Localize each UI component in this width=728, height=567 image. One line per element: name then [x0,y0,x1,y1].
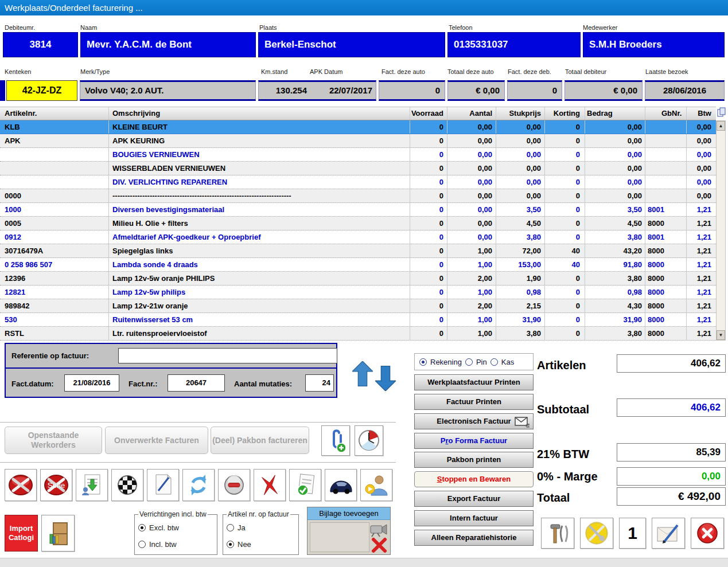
close-button[interactable] [691,518,724,549]
table-row[interactable]: 989842Lamp 12v-21w oranje02,002,1504,308… [0,299,716,313]
kenteken-field[interactable]: 42-JZ-DZ [6,80,77,101]
table-scrollbar[interactable]: ▲ ▼ [716,120,726,341]
workshop-tools-button[interactable] [541,518,574,549]
radio-incl-btw[interactable] [138,541,146,548]
import-catalogi-button[interactable]: Import Catlogi [5,515,38,552]
mutaties-field[interactable]: 24 [305,374,334,392]
radio-ja[interactable] [227,524,234,531]
vehicle-button[interactable] [325,469,357,501]
table-cell-bedrag: 0,00 [585,120,645,134]
table-cell-omschrijving: DIV. VERLICHTING REPAREREN [109,175,410,189]
table-row[interactable]: RSTLLtr. ruitensproeiervloeistof01,003,8… [0,327,716,341]
merktype-field[interactable]: Volvo V40; 2.0 AUT. [80,80,256,101]
bijlage-dropzone[interactable] [310,522,369,552]
table-row[interactable]: BOUGIES VERNIEUWEN00,000,0000,000,00 [0,148,716,162]
scroll-up-button[interactable]: ▲ [717,121,725,131]
table-row[interactable]: 530Ruitenwisserset 53 cm01,0031,90031,90… [0,313,716,327]
electronisch-factuur-button[interactable]: Electronisch Factuur @ [414,413,534,429]
catalog-browser-button[interactable] [41,515,75,552]
table-cell-korting: 0 [545,299,585,312]
pro-forma-factuur-button[interactable]: Pro Forma Factuur [414,433,534,449]
radio-excl-btw[interactable] [138,524,146,531]
import-order-button[interactable] [76,469,108,501]
radio-pin[interactable] [465,358,473,366]
radio-nee[interactable] [227,541,234,548]
scroll-down-button[interactable]: ▼ [717,330,725,340]
alleen-reparatiehistorie-button[interactable]: Alleen Reparatiehistorie [414,530,534,546]
kmstand-apk-field[interactable]: 130.254 22/07/2017 [258,80,376,101]
table-cell-omschrijving: Ruitenwisserset 53 cm [109,313,410,326]
table-row[interactable]: 30716479ASpiegelglas links01,0072,004043… [0,244,716,258]
table-cell-korting: 0 [545,120,585,134]
panel-divider [6,367,336,369]
deel-pakbon-factureren-button[interactable]: (Deel) Pakbon factureren [211,427,309,454]
marge-label: 0% - Marge [537,470,598,483]
table-row[interactable]: 1000Diversen bevestigingsmateriaal00,003… [0,203,716,217]
next-invoice-button[interactable] [375,365,396,393]
pakbon-printen-button[interactable]: Pakbon printen [414,452,534,468]
approve-document-button[interactable] [289,469,321,501]
table-row[interactable]: APKAPK KEURING00,000,0000,000,00 [0,134,716,148]
col-stukprijs[interactable]: Stukprijs [496,107,545,120]
radio-kas-label: Kas [501,358,514,366]
factdatum-field[interactable]: 21/08/2016 [64,374,119,392]
werkplaatsfactuur-printen-button[interactable]: Werkplaatsfactuur Printen [414,374,534,390]
refresh-button[interactable] [182,469,215,501]
copy-grid-icon[interactable] [716,107,726,120]
plaats-field[interactable]: Berkel-Enschot [258,32,445,57]
edit-line-button[interactable] [147,469,179,501]
col-korting[interactable]: Korting [545,107,585,120]
finish-button[interactable] [111,469,143,501]
clock-pie-icon [357,429,381,453]
table-row[interactable]: 12821Lamp 12v-5w philips01,000,9800,9880… [0,286,716,299]
referentie-input[interactable] [118,348,337,363]
table-row[interactable]: 0000------------------------------------… [0,189,716,203]
onverwerkte-facturen-button[interactable]: Onverwerkte Facturen [105,427,208,454]
col-voorraad[interactable]: Voorraad [410,107,447,120]
col-aantal[interactable]: Aantal [447,107,496,120]
factnr-field[interactable]: 20647 [168,374,225,392]
col-omschrijving[interactable]: Omschrijving [109,107,410,120]
medewerker-field[interactable]: S.M.H Broeders [583,32,725,57]
table-cell-korting: 0 [545,230,585,244]
col-artikelnr[interactable]: Artikelnr. [0,107,109,120]
intern-factuur-button[interactable]: Intern factuur [414,510,534,526]
table-row[interactable]: WISSERBLADEN VERNIEUWEN00,000,0000,000,0… [0,162,716,175]
service-settings-button[interactable] [580,518,613,549]
bijlage-title[interactable]: Bijlage toevoegen [307,507,390,520]
remove-bijlage-button[interactable] [371,537,388,556]
col-gbnr[interactable]: GbNr. [645,107,687,120]
time-registration-button[interactable] [355,425,383,456]
table-cell-artikelnr [0,175,109,189]
table-row[interactable]: DIV. VERLICHTING REPAREREN00,000,0000,00… [0,175,716,189]
col-btw[interactable]: Btw [687,107,716,120]
edit-invoice-button[interactable] [652,518,685,549]
table-cell-korting: 0 [545,189,585,202]
btw-value: 85,39 [617,443,726,462]
page-one-button[interactable]: 1 [619,518,646,549]
table-row[interactable]: 0912Afmeldtarief APK-goedkeur + Oproepbr… [0,230,716,244]
factuur-printen-button[interactable]: Factuur Printen [414,394,534,410]
table-row[interactable]: KLBKLEINE BEURT00,000,0000,000,00 [0,120,716,134]
table-row[interactable]: 12396Lamp 12v-5w oranje PHILIPS02,001,90… [0,272,716,286]
table-cell-bedrag: 0,00 [585,175,645,189]
radio-rekening[interactable] [419,358,427,366]
table-row[interactable]: 0 258 986 507Lambda sonde 4 draads01,001… [0,258,716,272]
debiteur-field[interactable]: 3814 [3,32,78,57]
remove-line-button[interactable] [218,469,250,501]
previous-invoice-button[interactable] [352,361,373,390]
telefoon-field[interactable]: 0135331037 [447,32,581,57]
openstaande-werkorders-button[interactable]: Openstaande Werkorders [5,427,102,454]
export-factuur-button[interactable]: Export Factuur [414,491,534,507]
stoppen-en-bewaren-button[interactable]: Stoppen en Bewaren [414,471,534,487]
totaal-debiteur-field: € 0,00 [565,80,643,101]
add-attachment-button[interactable] [321,425,350,456]
naam-field[interactable]: Mevr. Y.A.C.M. de Bont [80,32,256,57]
cancel-serie-button[interactable]: Serie [40,469,72,501]
radio-kas[interactable] [490,358,498,366]
cancel-tools-button[interactable] [5,469,37,501]
table-row[interactable]: 0005Milieu H. Olie + filters00,004,5004,… [0,217,716,230]
delete-button[interactable] [254,469,286,501]
col-bedrag[interactable]: Bedrag [585,107,645,120]
customer-button[interactable] [360,469,392,501]
